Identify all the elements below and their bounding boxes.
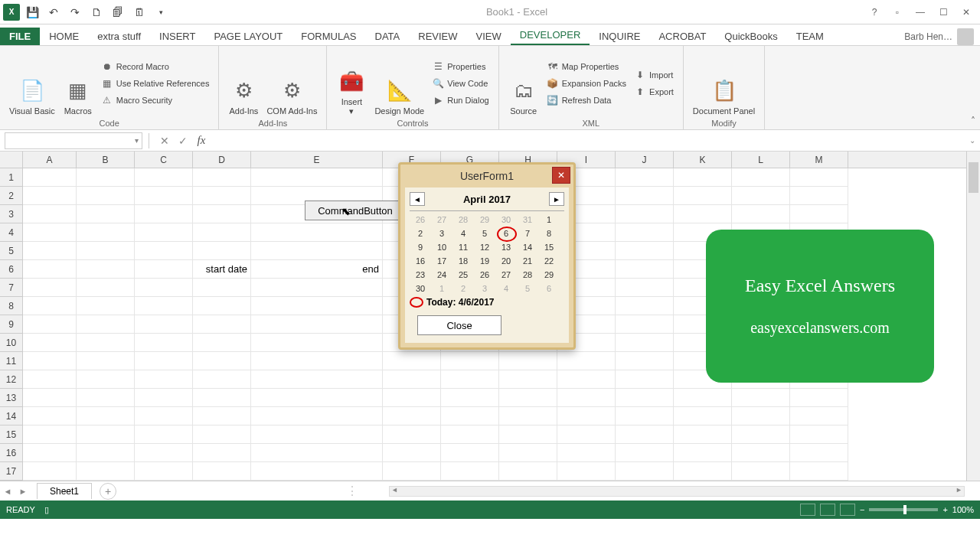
cell[interactable] [616, 389, 674, 407]
cell[interactable] [674, 389, 732, 407]
tab-team[interactable]: TEAM [787, 28, 833, 45]
row-header[interactable]: 5 [0, 242, 22, 260]
cell[interactable] [441, 444, 499, 462]
tab-developer[interactable]: DEVELOPER [511, 26, 590, 45]
row-header[interactable]: 17 [0, 462, 22, 481]
cell[interactable] [77, 389, 135, 407]
cell[interactable] [557, 425, 616, 444]
page-layout-view-icon[interactable] [820, 504, 835, 516]
cell[interactable] [441, 370, 499, 389]
cell[interactable] [251, 462, 383, 481]
cell[interactable] [790, 425, 848, 444]
calendar-day[interactable]: 3 [431, 227, 452, 240]
calendar-day[interactable]: 20 [495, 254, 517, 268]
calendar-day[interactable]: 16 [410, 254, 431, 268]
command-button-control[interactable]: CommandButton [305, 201, 406, 220]
enter-formula-icon[interactable]: ✓ [174, 132, 192, 149]
calendar-day[interactable]: 30 [495, 213, 517, 227]
cell[interactable] [383, 425, 441, 444]
cell[interactable] [616, 223, 674, 242]
cell[interactable] [251, 425, 383, 444]
calendar-day[interactable]: 30 [410, 282, 431, 295]
horizontal-scrollbar[interactable] [389, 486, 965, 497]
cell[interactable] [23, 168, 77, 187]
calendar-day[interactable]: 15 [538, 240, 560, 254]
calendar-day[interactable]: 5 [474, 227, 495, 240]
row-header[interactable]: 9 [0, 315, 22, 334]
redo-icon[interactable]: ↷ [66, 3, 84, 21]
calendar-day[interactable]: 22 [538, 254, 560, 268]
column-header[interactable]: K [674, 152, 732, 168]
tab-inquire[interactable]: INQUIRE [590, 28, 649, 45]
tab-review[interactable]: REVIEW [409, 28, 466, 45]
cell[interactable] [193, 462, 251, 481]
cell[interactable] [499, 425, 557, 444]
new-file-icon[interactable]: 🗋 [87, 3, 106, 21]
page-break-view-icon[interactable] [840, 504, 855, 516]
cell[interactable] [383, 462, 441, 481]
calendar-day[interactable]: 28 [517, 268, 538, 282]
cell[interactable] [193, 279, 251, 297]
cell[interactable] [77, 242, 135, 260]
view-code-button[interactable]: 🔍View Code [429, 76, 492, 91]
cell[interactable] [732, 168, 790, 187]
cell[interactable] [135, 334, 193, 352]
cell[interactable] [383, 370, 441, 389]
cell[interactable] [674, 407, 732, 425]
cell[interactable] [23, 425, 77, 444]
cell[interactable] [135, 352, 193, 370]
calendar-day[interactable]: 3 [474, 282, 495, 295]
cell[interactable] [135, 223, 193, 242]
tab-quickbooks[interactable]: QuickBooks [715, 28, 786, 45]
calendar-day[interactable]: 12 [474, 240, 495, 254]
cell[interactable] [674, 462, 732, 481]
calendar-day[interactable]: 24 [431, 268, 452, 282]
expansion-packs-button[interactable]: 📦Expansion Packs [544, 76, 629, 91]
cell[interactable] [193, 444, 251, 462]
column-header[interactable]: L [732, 152, 790, 168]
cell[interactable] [616, 205, 674, 223]
sheet-nav-prev-icon[interactable]: ► [15, 487, 31, 496]
cell[interactable] [77, 334, 135, 352]
cell[interactable] [135, 444, 193, 462]
row-header[interactable]: 1 [0, 168, 22, 187]
document-panel-button[interactable]: 📋Document Panel [690, 49, 758, 117]
cell[interactable] [732, 425, 790, 444]
row-header[interactable]: 15 [0, 425, 22, 444]
cell[interactable] [499, 462, 557, 481]
select-all-corner[interactable] [0, 152, 23, 168]
calendar-day[interactable]: 26 [474, 268, 495, 282]
calendar-day[interactable]: 1 [431, 282, 452, 295]
cell[interactable] [732, 389, 790, 407]
design-mode-button[interactable]: 📐Design Mode [371, 49, 427, 117]
add-sheet-icon[interactable]: + [100, 483, 116, 500]
calendar-day[interactable]: 27 [431, 213, 452, 227]
cell[interactable] [23, 242, 77, 260]
calendar-day[interactable]: 28 [452, 213, 474, 227]
calendar-day[interactable]: 2 [410, 227, 431, 240]
save-icon[interactable]: 💾 [23, 3, 41, 21]
cell[interactable] [77, 370, 135, 389]
cell[interactable]: start date [193, 260, 251, 279]
row-header[interactable]: 2 [0, 187, 22, 205]
tab-formulas[interactable]: FORMULAS [292, 28, 365, 45]
cell[interactable] [557, 407, 616, 425]
cell[interactable] [77, 297, 135, 315]
calendar-prev-icon[interactable]: ◄ [410, 192, 425, 206]
cell[interactable] [193, 205, 251, 223]
cell[interactable] [77, 462, 135, 481]
export-button[interactable]: ⬆Export [631, 84, 677, 99]
tab-file[interactable]: FILE [0, 28, 40, 45]
cell[interactable] [193, 223, 251, 242]
com-addins-button[interactable]: ⚙COM Add-Ins [263, 49, 320, 117]
row-header[interactable]: 12 [0, 370, 22, 389]
cell[interactable] [77, 223, 135, 242]
cell[interactable] [251, 279, 383, 297]
cell[interactable] [23, 407, 77, 425]
relative-refs-button[interactable]: ▦Use Relative References [98, 76, 213, 91]
cell[interactable] [616, 334, 674, 352]
cell[interactable] [135, 389, 193, 407]
cell[interactable] [193, 389, 251, 407]
column-header[interactable]: B [77, 152, 135, 168]
maximize-icon[interactable]: ☐ [933, 4, 954, 21]
